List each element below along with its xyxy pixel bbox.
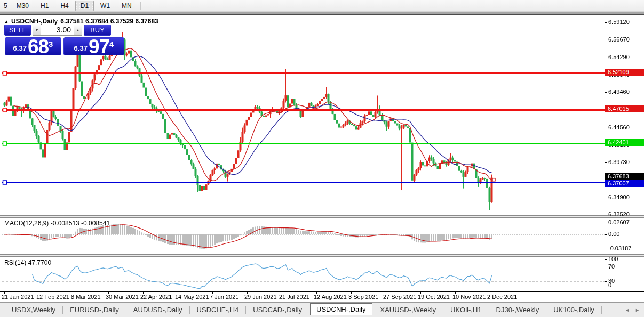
price-line-label: 6.37683	[605, 173, 644, 180]
price-line-label: 6.52109	[605, 69, 644, 76]
collapse-chart-icon[interactable]: ▲	[4, 19, 9, 24]
tab-separator	[443, 306, 443, 314]
date-axis-label: 8 Mar 2021	[71, 294, 101, 300]
date-axis-label: 3 Sep 2021	[348, 294, 378, 300]
rsi-axis-tick: 70	[608, 263, 615, 270]
toolbar-separator	[140, 2, 141, 10]
top-toolbar: 5M30H1H4D1W1MN	[0, 0, 644, 12]
rsi-axis-tick: 100	[608, 256, 618, 262]
date-axis-label: 10 Nov 2021	[452, 294, 486, 300]
date-axis-label: 30 Mar 2021	[106, 294, 139, 300]
macd-axis-tick: 0.00	[608, 231, 619, 237]
date-axis-label: 21 Jul 2021	[279, 294, 309, 300]
buy-price-pipette: 4	[109, 39, 114, 48]
sell-price-pipette: 3	[49, 39, 53, 48]
timeframe-button-group: 5M30H1H4D1W1MN	[1, 1, 144, 11]
price-axis-tick: 6.34900	[608, 194, 630, 200]
price-axis-tick: 6.39730	[608, 159, 630, 165]
chart-tab-usdcnh-daily[interactable]: USDCNH-,Daily	[310, 303, 372, 315]
sell-button[interactable]: SELL	[4, 25, 31, 36]
macd-axis-tick: -0.03187	[608, 245, 631, 251]
price-axis-tick: 6.44560	[608, 124, 630, 131]
volume-input[interactable]: 3.00	[41, 25, 74, 36]
sell-price-big-digits: 68	[28, 38, 49, 56]
timeframe-button-mn[interactable]: MN	[116, 1, 137, 11]
tab-scroll-right-button[interactable]: ►	[635, 307, 640, 313]
price-chart-canvas[interactable]	[0, 15, 644, 303]
rsi-panel-resize-handle[interactable]	[0, 254, 644, 257]
tab-separator	[489, 306, 489, 314]
date-axis-label: 19 Oct 2021	[418, 294, 450, 300]
tab-separator	[245, 306, 246, 314]
timeframe-button-w1[interactable]: W1	[95, 1, 115, 11]
rsi-indicator-label: RSI(14) 47.7700	[4, 259, 51, 266]
chart-symbol-period: USDCNH-,Daily	[11, 18, 58, 25]
tab-separator	[309, 306, 309, 314]
date-axis-label: 21 Jan 2021	[2, 294, 34, 300]
buy-button[interactable]: BUY	[84, 25, 111, 36]
chart-tab-usdx-weekly[interactable]: USDX,Weekly	[5, 304, 62, 316]
buy-price-big-digits: 97	[89, 38, 109, 56]
date-axis-label: 14 May 2021	[175, 294, 209, 300]
price-axis-tick: 6.49460	[608, 88, 630, 95]
macd-axis-tick: 0.02607	[608, 219, 630, 225]
price-chart-window: ▲ USDCNH-,Daily 6.37581 6.37684 6.37529 …	[0, 14, 644, 302]
chart-tab-usdcad-daily[interactable]: USDCAD-,Daily	[247, 304, 308, 316]
price-axis-tick: 6.32520	[608, 211, 630, 217]
price-axis-tick: 6.59120	[608, 19, 630, 25]
macd-panel-resize-handle[interactable]	[0, 215, 644, 218]
price-line-label: 6.37007	[605, 180, 644, 187]
chart-tab-xauusd-weekly[interactable]: XAUUSD-,Weekly	[374, 304, 443, 316]
timeframe-button-5[interactable]: 5	[1, 1, 10, 11]
tab-separator	[546, 306, 546, 314]
sell-price-display[interactable]: 6.37 68 3	[5, 37, 61, 55]
macd-indicator-label: MACD(12,26,9) -0.008513 -0.008541	[4, 220, 110, 227]
tab-scroll-controls: ◄ ►	[625, 307, 640, 313]
sell-price-prefix: 6.37	[13, 44, 27, 52]
chart-title: ▲ USDCNH-,Daily 6.37581 6.37684 6.37529 …	[4, 18, 158, 25]
timeframe-button-h4[interactable]: H4	[55, 1, 74, 11]
price-axis-tick: 6.56670	[608, 36, 630, 43]
tab-separator	[62, 306, 63, 314]
tab-separator	[189, 306, 190, 314]
date-axis-label: 27 Sep 2021	[383, 294, 416, 300]
price-line-label: 6.42401	[605, 139, 644, 146]
chart-tab-eurusd-daily[interactable]: EURUSD-,Daily	[63, 304, 125, 316]
price-axis-tick: 6.54290	[608, 54, 630, 60]
date-axis-label: 22 Apr 2021	[140, 294, 172, 300]
trading-terminal: 5M30H1H4D1W1MN ▲ USDCNH-,Daily 6.37581 6…	[0, 0, 644, 317]
tab-separator	[601, 306, 602, 314]
buy-price-display[interactable]: 6.37 97 4	[63, 37, 124, 55]
chart-tab-dj30-weekly[interactable]: DJ30-,Weekly	[490, 304, 546, 316]
volume-decrease-button[interactable]: ▼	[33, 25, 41, 36]
chart-tab-bar: USDX,WeeklyEURUSD-,DailyAUDUSD-,DailyUSD…	[0, 302, 644, 317]
buy-price-prefix: 6.37	[74, 44, 88, 52]
tab-separator	[373, 306, 373, 314]
chart-tab-uk100-daily[interactable]: UK100-,Daily	[547, 304, 601, 316]
date-axis-label: 7 Jun 2021	[210, 294, 238, 300]
chart-tab-audusd-daily[interactable]: AUDUSD-,Daily	[127, 304, 189, 316]
date-axis-label: 2 Dec 2021	[487, 294, 517, 300]
chart-tab-usdchf-h4[interactable]: USDCHF-,H4	[190, 304, 245, 316]
price-line-label: 6.47015	[605, 105, 644, 112]
rsi-axis-tick: 0	[608, 282, 611, 288]
chart-ohlc-values: 6.37581 6.37684 6.37529 6.37683	[60, 18, 158, 25]
date-axis-label: 29 Jun 2021	[244, 294, 277, 300]
tab-separator	[126, 306, 126, 314]
tab-scroll-left-button[interactable]: ◄	[625, 307, 630, 313]
timeframe-button-h1[interactable]: H1	[35, 1, 54, 11]
date-axis-label: 12 Feb 2021	[36, 294, 69, 300]
timeframe-button-m30[interactable]: M30	[11, 1, 34, 11]
chart-tabs: USDX,WeeklyEURUSD-,DailyAUDUSD-,DailyUSD…	[5, 304, 602, 316]
volume-increase-button[interactable]: ▲	[74, 25, 82, 36]
timeframe-button-d1[interactable]: D1	[75, 1, 94, 11]
date-axis-label: 12 Aug 2021	[314, 294, 347, 300]
chart-tab-ukoil-h1[interactable]: UKOil-,H1	[444, 304, 488, 316]
